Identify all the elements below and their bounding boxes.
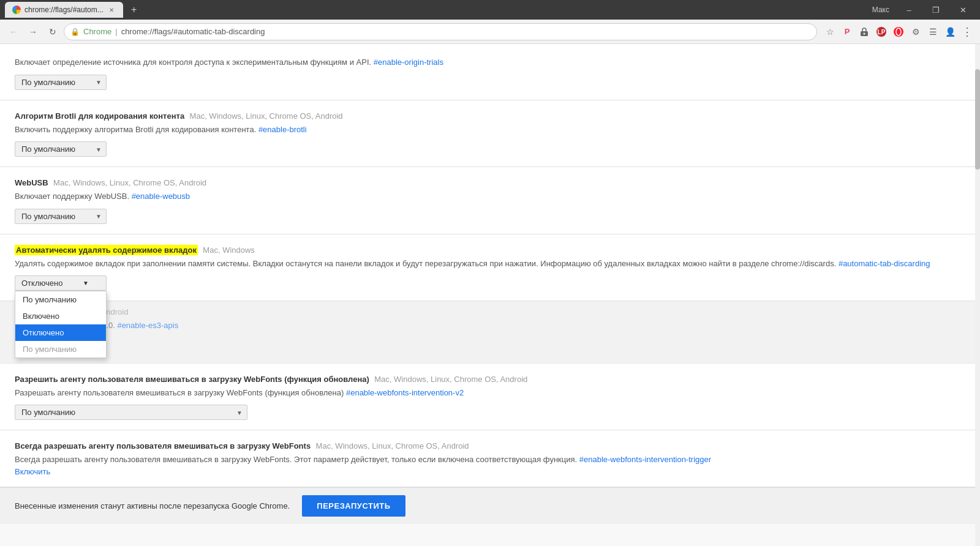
- restore-button[interactable]: ❐: [924, 2, 948, 18]
- scrollbar-thumb[interactable]: [975, 69, 980, 170]
- dropdown-arrow-icon: ▼: [83, 280, 89, 286]
- flag-select[interactable]: По умолчанию: [15, 141, 107, 157]
- titlebar-controls: Макс – ❐ ✕: [872, 2, 975, 18]
- flag-link[interactable]: #enable-es3-apis: [117, 321, 178, 330]
- flag-title-line: Разрешить агенту пользователя вмешиватьс…: [15, 373, 965, 384]
- flag-title-line: Автоматически удалять содержимое вкладок…: [15, 244, 965, 255]
- flag-platforms: Mac, Windows, Linux, Chrome OS, Android: [190, 111, 343, 121]
- bookmark-star-icon[interactable]: ☆: [822, 24, 838, 40]
- titlebar-left: chrome://flags/#autom... ✕ +: [5, 2, 141, 18]
- dropdown-current-value: Отключено: [21, 279, 62, 288]
- flag-title: Всегда разрешать агенту пользователя вме…: [15, 441, 311, 451]
- address-url: chrome://flags/#automatic-tab-discarding: [121, 27, 265, 36]
- flag-platforms: Mac, Windows, Linux, Chrome OS, Android: [374, 375, 527, 384]
- scrollbar-track[interactable]: [975, 44, 980, 546]
- flag-title-line: Алгоритм Brotli для кодирования контента…: [15, 110, 965, 121]
- tab-close-button[interactable]: ✕: [107, 6, 116, 14]
- flag-item-webfonts-v2: Разрешить агенту пользователя вмешиватьс…: [0, 364, 980, 431]
- flag-description: Удалять содержимое вкладок при заполнени…: [15, 258, 965, 270]
- dropdown-option-enabled[interactable]: Включено: [15, 308, 106, 324]
- bookmarks-icon[interactable]: ☰: [925, 24, 941, 40]
- flag-select[interactable]: По умолчанию: [15, 209, 107, 224]
- extension-icon[interactable]: LP: [873, 24, 889, 40]
- flag-title: Алгоритм Brotli для кодирования контента: [15, 111, 184, 121]
- forward-button[interactable]: →: [24, 23, 42, 40]
- close-button[interactable]: ✕: [951, 2, 975, 18]
- flag-platforms: Mac, Windows, Linux, Chrome OS, Android: [53, 178, 206, 187]
- flag-title: Разрешить агенту пользователя вмешиватьс…: [15, 375, 369, 384]
- opera-icon[interactable]: [891, 24, 907, 40]
- flag-item-tab-discarding: Автоматически удалять содержимое вкладок…: [0, 234, 980, 302]
- dropdown-container: Отключено ▼ По умолчанию Включено Отключ…: [15, 275, 107, 291]
- toolbar-icons: ☆ P LP ⚙ ☰ 👤: [822, 24, 975, 40]
- flag-title: WebUSB: [15, 178, 48, 187]
- flag-select[interactable]: По умолчанию: [15, 75, 107, 90]
- menu-button[interactable]: ⋮: [959, 24, 975, 40]
- flag-select-wrapper: По умолчанию ▼: [15, 209, 107, 224]
- svg-text:LP: LP: [878, 29, 886, 36]
- flag-select-wrapper: По умолчанию ▼: [15, 405, 247, 420]
- svg-point-1: [864, 32, 865, 34]
- flag-title-line: ws, Linux, Chrome OS, Android: [15, 306, 965, 317]
- flag-select-wrapper: По умолчанию ▼: [15, 75, 107, 90]
- dropdown-selected[interactable]: Отключено ▼: [15, 275, 107, 291]
- flag-link[interactable]: #enable-origin-trials: [374, 58, 443, 67]
- flag-title-highlighted: Автоматически удалять содержимое вкладок: [15, 245, 198, 255]
- flag-link[interactable]: #enable-brotli: [258, 125, 307, 134]
- flag-link[interactable]: #enable-webfonts-intervention-trigger: [579, 455, 711, 464]
- dropdown-option-default[interactable]: По умолчанию: [15, 291, 106, 308]
- address-bar[interactable]: 🔒 Chrome | chrome://flags/#automatic-tab…: [64, 23, 817, 40]
- user-name: Макс: [872, 6, 889, 14]
- flag-title-line: Всегда разрешать агенту пользователя вме…: [15, 440, 965, 451]
- flag-link[interactable]: #enable-webfonts-intervention-v2: [346, 388, 464, 397]
- reload-button[interactable]: ↻: [44, 23, 61, 40]
- back-button[interactable]: ←: [5, 23, 22, 40]
- flag-item-webgl: ws, Linux, Chrome OS, Android ениям дост…: [0, 301, 980, 364]
- flag-item-brotli: Алгоритм Brotli для кодирования контента…: [0, 100, 980, 168]
- tab-favicon: [12, 6, 21, 14]
- flag-link[interactable]: #automatic-tab-discarding: [839, 259, 930, 268]
- flag-item-webusb: WebUSB Mac, Windows, Linux, Chrome OS, A…: [0, 167, 980, 234]
- flag-item-origin-trials: Включает определение источника для контр…: [0, 44, 980, 100]
- user-profile-icon[interactable]: 👤: [942, 24, 958, 40]
- browser-toolbar: ← → ↻ 🔒 Chrome | chrome://flags/#automat…: [0, 20, 980, 44]
- flags-page: Включает определение источника для контр…: [0, 44, 980, 546]
- flag-description: ениям доступ к WebGL 2.0. #enable-es3-ap…: [15, 320, 965, 332]
- dropdown-option-disabled[interactable]: Отключено: [15, 324, 106, 341]
- flag-title-line: WebUSB Mac, Windows, Linux, Chrome OS, A…: [15, 177, 965, 188]
- titlebar: chrome://flags/#autom... ✕ + Макс – ❐ ✕: [0, 0, 980, 20]
- settings-extension-icon[interactable]: ⚙: [908, 24, 924, 40]
- tab-title: chrome://flags/#autom...: [24, 6, 104, 14]
- page-content: Включает определение источника для контр…: [0, 44, 980, 546]
- new-tab-button[interactable]: +: [127, 2, 141, 17]
- minimize-button[interactable]: –: [897, 2, 921, 18]
- enable-link[interactable]: Включить: [15, 467, 50, 476]
- flag-description: Включить поддержку алгоритма Brotli для …: [15, 124, 965, 136]
- flag-description: Включает поддержку WebUSB. #enable-webus…: [15, 190, 965, 203]
- browser-tab[interactable]: chrome://flags/#autom... ✕: [5, 2, 123, 18]
- flag-description: Разрешать агенту пользователя вмешиватьс…: [15, 387, 965, 399]
- dropdown-option-default2[interactable]: По умолчанию: [15, 341, 106, 357]
- chrome-label: Chrome: [83, 27, 111, 36]
- flag-select-wrapper: По умолчанию ▼: [15, 141, 107, 157]
- secure-icon: 🔒: [70, 28, 80, 36]
- notification-text: Внесенные изменения станут активны после…: [15, 501, 290, 510]
- flag-platforms: Mac, Windows, Linux, Chrome OS, Android: [316, 441, 469, 451]
- dropdown-menu: По умолчанию Включено Отключено По умолч…: [15, 291, 107, 358]
- flag-link[interactable]: #enable-webusb: [132, 192, 190, 201]
- flag-platforms: Mac, Windows: [203, 245, 255, 255]
- flag-description: Всегда разрешать агенту пользователя вме…: [15, 454, 965, 466]
- pocket-icon[interactable]: P: [839, 24, 855, 40]
- flag-description: Включает определение источника для контр…: [15, 56, 965, 69]
- flag-item-webfonts-trigger: Всегда разрешать агенту пользователя вме…: [0, 430, 980, 487]
- notification-bar: Внесенные изменения станут активны после…: [0, 487, 980, 524]
- flag-select[interactable]: По умолчанию: [15, 405, 247, 420]
- restart-button[interactable]: ПЕРЕЗАПУСТИТЬ: [302, 495, 405, 517]
- password-icon[interactable]: [856, 24, 872, 40]
- address-separator: |: [115, 27, 117, 36]
